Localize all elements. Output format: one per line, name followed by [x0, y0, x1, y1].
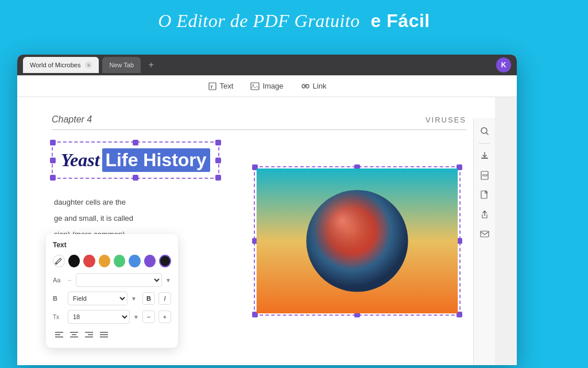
- title-life-history: Life History: [102, 148, 210, 172]
- italic-button[interactable]: I: [158, 292, 171, 305]
- svg-point-3: [253, 84, 254, 86]
- chapter-label: Chapter 4: [52, 114, 92, 125]
- gradient-image: [256, 168, 458, 313]
- color-row: [53, 255, 171, 267]
- svg-rect-2: [251, 83, 259, 90]
- size-select[interactable]: 18: [68, 310, 130, 324]
- viruses-label: VIRUSES: [425, 116, 466, 124]
- title-text: Yeast Life History: [61, 148, 210, 172]
- page-title: O Editor de PDF Gratuito e Fácil: [0, 0, 588, 40]
- color-red[interactable]: [83, 255, 95, 267]
- toolbar-text[interactable]: T Text: [208, 82, 234, 91]
- title-strong-part: e Fácil: [371, 10, 430, 31]
- font-family-select[interactable]: Field: [68, 292, 127, 305]
- new-tab-button[interactable]: +: [144, 58, 158, 72]
- font-size-arrow: ▼: [165, 277, 171, 283]
- bold-button[interactable]: B: [142, 292, 155, 305]
- svg-point-16: [306, 190, 408, 292]
- handle-bottom-right[interactable]: [215, 175, 221, 181]
- image-icon: [250, 82, 260, 91]
- bold-label: B: [53, 295, 64, 302]
- font-arrow: ▼: [131, 296, 137, 302]
- align-left-button[interactable]: [53, 328, 65, 341]
- handle-top-right[interactable]: [215, 140, 221, 145]
- svg-text:T: T: [210, 85, 213, 90]
- size-increase-button[interactable]: +: [158, 310, 171, 323]
- size-arrow: ▼: [133, 314, 139, 320]
- align-center-button[interactable]: [68, 328, 80, 341]
- bold-italic-row: B Field ▼ B I: [53, 292, 171, 305]
- toolbar-text-label: Text: [220, 82, 234, 90]
- size-decrease-button[interactable]: −: [142, 310, 155, 323]
- content-area: PDF Chapter 4 VIRUSES: [17, 97, 495, 365]
- handle-bottom-mid[interactable]: [133, 175, 138, 181]
- avatar[interactable]: K: [496, 57, 511, 72]
- text-formatting-panel: Text Aa −: [46, 234, 178, 348]
- color-blue[interactable]: [129, 255, 140, 267]
- size-label: Tx: [53, 314, 64, 320]
- align-row: [53, 328, 171, 341]
- title-italic-part: O Editor de PDF Gratuito: [158, 10, 360, 31]
- image-selection-box[interactable]: [254, 166, 461, 316]
- handle-mid-right[interactable]: [215, 158, 221, 163]
- align-justify-button[interactable]: [98, 328, 110, 341]
- handle-top-mid[interactable]: [133, 140, 138, 145]
- tab-label: World of Microbes: [30, 62, 80, 68]
- toolbar-link[interactable]: Link: [301, 82, 327, 91]
- toolbar-link-label: Link: [313, 82, 327, 90]
- color-orange[interactable]: [99, 255, 110, 267]
- toolbar-image[interactable]: Image: [250, 82, 283, 91]
- tab-new-tab[interactable]: New Tab: [102, 57, 141, 73]
- chapter-header-row: Chapter 4 VIRUSES: [52, 114, 466, 130]
- color-green[interactable]: [114, 255, 125, 267]
- new-tab-label: New Tab: [109, 62, 134, 68]
- page-content: Chapter 4 VIRUSES Yeast Life History: [17, 97, 495, 252]
- handle-top-left[interactable]: [50, 140, 56, 145]
- align-right-button[interactable]: [83, 328, 95, 341]
- size-stepper-row: Tx 18 ▼ − +: [53, 310, 171, 324]
- color-dark-active[interactable]: [159, 255, 171, 267]
- color-purple[interactable]: [144, 255, 156, 267]
- toolbar-image-label: Image: [262, 82, 283, 90]
- font-size-select[interactable]: [76, 273, 162, 287]
- font-size-row: Aa − ▼: [53, 273, 171, 287]
- font-size-dash: −: [68, 277, 71, 283]
- tab-close-button[interactable]: ×: [85, 62, 92, 68]
- font-size-label: Aa: [53, 277, 64, 283]
- handle-bottom-left[interactable]: [50, 175, 56, 181]
- link-icon: [301, 82, 310, 91]
- browser-window: World of Microbes × New Tab + K T Text I…: [17, 55, 517, 365]
- text-icon: T: [208, 82, 217, 91]
- title-yeast: Yeast: [61, 150, 100, 171]
- paint-icon[interactable]: [53, 255, 65, 267]
- panel-title: Text: [53, 241, 171, 249]
- title-selection-box[interactable]: Yeast Life History: [52, 141, 219, 179]
- editor-toolbar: T Text Image Link: [17, 75, 517, 97]
- tab-world-of-microbes[interactable]: World of Microbes ×: [23, 57, 99, 73]
- color-black[interactable]: [68, 255, 80, 267]
- browser-chrome: World of Microbes × New Tab + K: [17, 55, 517, 75]
- handle-mid-left[interactable]: [50, 158, 56, 163]
